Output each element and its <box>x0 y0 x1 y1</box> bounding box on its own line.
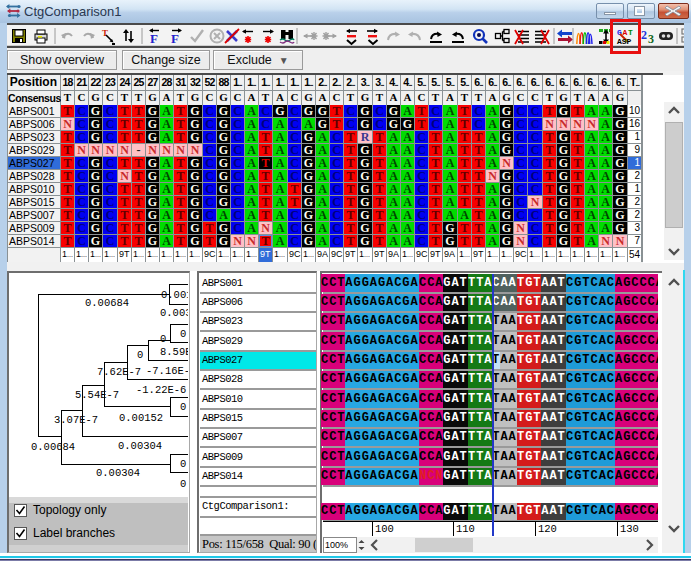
svg-text:0.00684: 0.00684 <box>31 441 75 453</box>
svg-text:-1.22E-6: -1.22E-6 <box>136 384 186 396</box>
svg-text:0: 0 <box>137 349 143 361</box>
svg-text:0: 0 <box>180 458 186 470</box>
svg-text:0.0030: 0.0030 <box>160 307 188 319</box>
svg-text:0.00152: 0.00152 <box>119 412 163 424</box>
svg-text:0.0015: 0.0015 <box>161 289 188 301</box>
svg-text:2: 2 <box>641 28 647 42</box>
svg-text:0: 0 <box>180 401 186 413</box>
svg-text:8.59E-: 8.59E- <box>160 346 188 358</box>
svg-text:-7.16E-7: -7.16E-7 <box>146 365 188 377</box>
svg-text:0: 0 <box>160 333 166 345</box>
svg-text:F: F <box>150 31 158 46</box>
svg-text:3.07E-7: 3.07E-7 <box>54 414 98 426</box>
svg-text:0: 0 <box>180 478 186 490</box>
svg-text:3: 3 <box>648 32 654 46</box>
svg-text:0.00304: 0.00304 <box>118 440 162 452</box>
svg-text:0.00684: 0.00684 <box>85 297 129 309</box>
svg-text:5.54E-7: 5.54E-7 <box>75 389 119 401</box>
svg-text:0: 0 <box>180 328 186 340</box>
svg-text:F: F <box>171 31 179 46</box>
svg-text:7.62E-7: 7.62E-7 <box>97 366 141 378</box>
svg-text:0.00304: 0.00304 <box>96 467 140 479</box>
